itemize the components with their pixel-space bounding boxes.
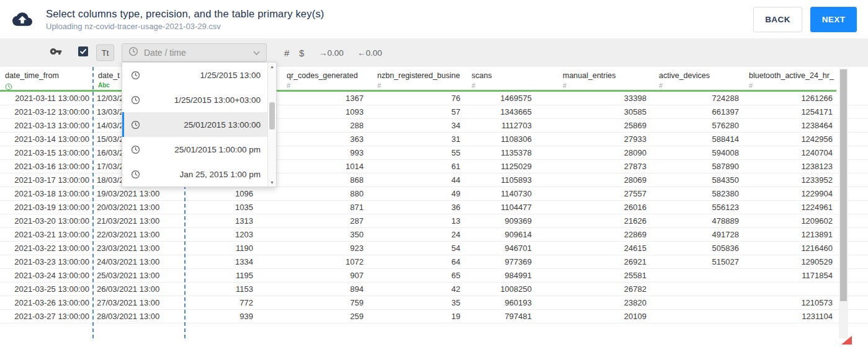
- table-cell: 759: [282, 296, 372, 309]
- column-header-bluetooth_active_24_hr_[interactable]: bluetooth_active_24_hr_#: [744, 67, 836, 92]
- table-cell: 871: [282, 201, 372, 214]
- table-cell: 25/03/2021 13:00: [93, 269, 185, 282]
- table-cell: 28/03/2021 13:00: [93, 310, 185, 323]
- cloud-upload-icon: [12, 9, 32, 32]
- table-cell: 19/03/2021 13:00: [93, 187, 185, 200]
- table-cell: 939: [185, 310, 282, 323]
- table-cell: 288: [282, 119, 372, 132]
- column-name: active_devices: [659, 71, 741, 80]
- back-button[interactable]: BACK: [753, 7, 802, 32]
- table-cell: 868: [282, 174, 372, 187]
- table-cell: 24/03/2021 13:00: [93, 255, 185, 268]
- table-cell: 993: [282, 146, 372, 159]
- table-cell: 2021-03-13 13:00:00: [0, 119, 93, 132]
- table-cell: 1135378: [467, 146, 558, 159]
- table-cell: 27/03/2021 13:00: [93, 296, 185, 309]
- next-button[interactable]: NEXT: [810, 7, 857, 32]
- table-cell: 287: [282, 214, 372, 227]
- table-cell: 35: [372, 296, 467, 309]
- decrease-precision-button[interactable]: ←0.00: [357, 48, 382, 58]
- table-cell: 1108306: [467, 133, 558, 146]
- table-cell: 13: [372, 214, 467, 227]
- table-cell: 28069: [558, 174, 654, 187]
- table-cell: 57: [372, 105, 467, 118]
- chevron-down-icon: [253, 51, 260, 55]
- table-cell: 2021-03-16 13:00:00: [0, 160, 93, 173]
- scroll-down-icon[interactable]: ▼: [268, 178, 276, 187]
- table-cell: 1105893: [467, 174, 558, 187]
- upload-status-text: Uploading nz-covid-tracer-usage-2021-03-…: [46, 22, 324, 31]
- selected-type-label: Date / time: [144, 48, 186, 58]
- page-title: Select columns type, precision, and the …: [46, 8, 324, 20]
- datetime-format-select[interactable]: Date / time: [122, 43, 267, 62]
- table-cell: 1008250: [467, 283, 558, 296]
- table-cell: 1231104: [744, 310, 836, 323]
- table-cell: 1112703: [467, 119, 558, 132]
- primary-key-icon[interactable]: [50, 45, 62, 60]
- table-cell: 34: [372, 119, 467, 132]
- clock-icon: [131, 170, 140, 179]
- dropdown-option[interactable]: 1/25/2015 13:00: [122, 63, 267, 87]
- table-cell: 1367: [282, 92, 372, 105]
- csv-import-window: Select columns type, precision, and the …: [0, 0, 868, 347]
- column-header-qr_codes_generated[interactable]: qr_codes_generated#: [282, 67, 372, 92]
- table-cell: 582380: [654, 187, 744, 200]
- dropdown-scrollbar[interactable]: ▲ ▼: [267, 63, 276, 187]
- table-cell: 19: [372, 310, 467, 323]
- table-cell: [654, 310, 744, 323]
- column-name: date_time_from: [5, 71, 91, 80]
- dropdown-option[interactable]: Jan 25, 2015 1:00 pm: [122, 162, 267, 187]
- table-cell: 350: [282, 228, 372, 241]
- column-header-active_devices[interactable]: active_devices#: [654, 67, 744, 92]
- column-name: bluetooth_active_24_hr_: [749, 71, 834, 80]
- table-row: 2021-03-19 13:00:0020/03/2021 13:0010358…: [0, 201, 868, 214]
- table-cell: 25869: [558, 119, 654, 132]
- table-cell: 2021-03-22 13:00:00: [0, 242, 93, 255]
- table-cell: 661397: [654, 105, 744, 118]
- number-type-button[interactable]: #: [284, 48, 289, 58]
- column-header-scans[interactable]: scans#: [467, 67, 558, 92]
- column-header-manual_entries[interactable]: manual_entries#: [558, 67, 654, 92]
- column-header-date_time_from[interactable]: date_time_from: [0, 67, 93, 92]
- clock-icon: [131, 95, 140, 105]
- corner-resize-triangle: [841, 336, 852, 345]
- scroll-up-icon[interactable]: ▲: [268, 63, 276, 71]
- table-cell: 1334: [185, 255, 282, 268]
- table-cell: [654, 269, 744, 282]
- table-row: 2021-03-26 13:00:0027/03/2021 13:0077275…: [0, 296, 868, 310]
- top-bar: Select columns type, precision, and the …: [0, 0, 868, 38]
- table-cell: 23820: [558, 296, 654, 309]
- table-cell: 1224961: [744, 201, 836, 214]
- table-cell: 22/03/2021 13:00: [93, 228, 185, 241]
- vertical-scrollbar-thumb[interactable]: [840, 69, 847, 301]
- dropdown-option[interactable]: 25/01/2015 1:00:00 pm: [122, 137, 267, 162]
- clock-icon: [131, 145, 140, 154]
- table-cell: 2021-03-21 13:00:00: [0, 228, 93, 241]
- table-cell: 2021-03-11 13:00:00: [0, 92, 93, 105]
- table-cell: 1140730: [467, 187, 558, 200]
- table-cell: 505836: [654, 242, 744, 255]
- text-type-button[interactable]: Tt: [96, 45, 114, 61]
- table-row: 2021-03-21 13:00:0022/03/2021 13:0012033…: [0, 228, 868, 242]
- clock-icon: [131, 120, 140, 130]
- table-cell: 909614: [467, 228, 558, 241]
- column-header-nzbn_registered_busine[interactable]: nzbn_registered_busine#: [372, 67, 467, 92]
- table-cell: 21/03/2021 13:00: [93, 214, 185, 227]
- dropdown-option[interactable]: 1/25/2015 13:00+03:00: [122, 87, 267, 112]
- table-cell: 64: [372, 255, 467, 268]
- table-row: 2021-03-22 13:00:0023/03/2021 13:0011909…: [0, 242, 868, 255]
- table-cell: 2021-03-19 13:00:00: [0, 201, 93, 214]
- currency-type-button[interactable]: $: [299, 48, 304, 58]
- table-cell: 576280: [654, 119, 744, 132]
- table-cell: 27933: [558, 133, 654, 146]
- include-column-checkbox[interactable]: [78, 46, 88, 59]
- table-row: 2021-03-27 13:00:0028/03/2021 13:0093925…: [0, 310, 868, 323]
- vertical-scrollbar[interactable]: [839, 68, 848, 338]
- increase-precision-button[interactable]: →0.00: [319, 48, 344, 58]
- table-cell: 491728: [654, 228, 744, 241]
- table-cell: 594008: [654, 146, 744, 159]
- table-cell: 28090: [558, 146, 654, 159]
- table-cell: 24615: [558, 242, 654, 255]
- dropdown-scrollbar-thumb[interactable]: [269, 102, 275, 130]
- dropdown-option[interactable]: 25/01/2015 13:00:00: [122, 112, 267, 137]
